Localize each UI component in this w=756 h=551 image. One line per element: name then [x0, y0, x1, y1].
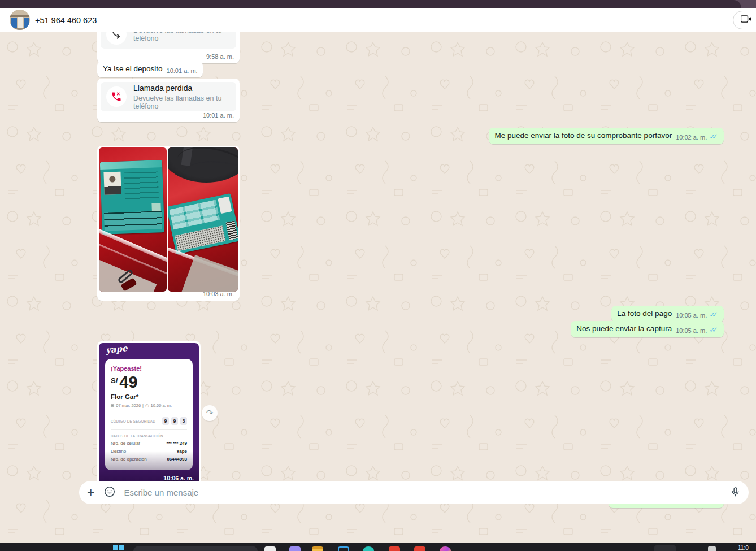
message-text: Nos puede enviar la captura [576, 324, 672, 333]
call-notice-text: Devuelve las llamadas en tu teléfono [133, 32, 231, 42]
message-deposit: Ya ise el deposito 10:01 a. m. [97, 61, 203, 77]
message-time: 9:58 a. m. [206, 53, 234, 60]
forward-button[interactable]: ↷ [202, 405, 218, 421]
avatar-photo-detail [11, 18, 17, 28]
row-label: Destino [111, 449, 126, 454]
message-time: 10:05 a. m. [676, 312, 707, 319]
video-camera-icon [741, 15, 751, 25]
tray-clock[interactable]: 11:0 [738, 545, 749, 551]
mic-button[interactable] [730, 487, 741, 499]
yape-receipt-image[interactable]: yape ¡Yapeaste! S/ 49 Flor Gar* ⊞ 07 mar… [99, 343, 199, 485]
start-button[interactable] [113, 545, 125, 551]
message-photos: 10:03 a. m. [97, 146, 240, 301]
row-label: Nro. de operación [111, 457, 147, 462]
message-time: 10:02 a. m. [676, 134, 707, 141]
yape-logo: yape [105, 343, 128, 355]
security-digit: 9 [162, 417, 169, 425]
mic-icon [730, 487, 741, 499]
message-yape-receipt: yape ¡Yapeaste! S/ 49 Flor Gar* ⊞ 07 mar… [97, 341, 201, 487]
receipt-separator: | [142, 403, 144, 408]
titlebar-tab [0, 0, 741, 8]
call-notice-box[interactable]: Llamada perdida Devuelve las llamadas en… [101, 82, 236, 111]
security-digit: 9 [171, 417, 178, 425]
read-receipt-icon: ✓✓ [709, 132, 719, 141]
sticker-button[interactable] [103, 485, 116, 500]
row-label: Nro. de celular [111, 441, 140, 446]
taskbar-search-box[interactable] [133, 546, 258, 551]
taskbar-folder-icon[interactable] [312, 546, 323, 551]
sticker-smiley-icon [103, 485, 116, 500]
row-value: 06444993 [167, 457, 187, 462]
attach-button[interactable]: + [87, 486, 94, 499]
photo-id-front[interactable] [99, 147, 167, 292]
receipt-date: 07 mar. 2026 [116, 403, 141, 408]
message-time: 10:05 a. m. [676, 327, 707, 334]
message-out-pago: La foto del pago 10:05 a. m. ✓✓ [611, 306, 724, 322]
receipt-time: 10:00 a. m. [151, 403, 172, 408]
taskbar-app-icon-6[interactable] [389, 546, 400, 551]
transaction-data-label: DATOS DE LA TRANSACCIÓN [111, 434, 187, 438]
receipt-payee: Flor Gar* [111, 393, 187, 400]
chat-header: +51 964 460 623 [0, 8, 756, 32]
message-text: Me puede enviar la foto de su comprobant… [494, 131, 672, 140]
chat-wallpaper: Devuelve las llamadas en tu teléfono 9:5… [0, 32, 756, 551]
receipt-title: ¡Yapeaste! [111, 365, 187, 372]
app-titlebar [0, 0, 756, 8]
taskbar: 11:0 [0, 543, 756, 551]
yape-receipt-card: ¡Yapeaste! S/ 49 Flor Gar* ⊞ 07 mar. 202… [105, 359, 193, 470]
id-card-front-graphic [100, 160, 164, 235]
clock-icon: ◷ [145, 403, 149, 408]
taskbar-app-icon-8[interactable] [440, 546, 451, 551]
contact-name[interactable]: +51 964 460 623 [35, 16, 97, 25]
missed-call-icon [106, 86, 127, 107]
video-call-button[interactable] [733, 11, 756, 29]
taskbar-app-icon-7[interactable] [414, 546, 425, 551]
calendar-icon: ⊞ [111, 403, 114, 408]
message-text: Ya ise el deposito [103, 64, 163, 73]
contact-avatar[interactable] [10, 10, 30, 30]
message-text: La foto del pago [617, 309, 672, 318]
id-card-back-graphic [168, 193, 238, 254]
message-time: 10:01 a. m. [167, 67, 198, 74]
avatar-photo-detail [24, 18, 29, 28]
security-code-label: CÓDIGO DE SEGURIDAD [111, 419, 155, 423]
read-receipt-icon: ✓✓ [709, 310, 719, 319]
call-notice-box[interactable]: Devuelve las llamadas en tu teléfono [101, 32, 236, 49]
receipt-currency: S/ [111, 376, 118, 385]
plus-icon: + [87, 486, 94, 499]
callback-arrow-icon [106, 32, 127, 45]
security-code: 9 9 3 [162, 417, 187, 425]
message-input[interactable] [124, 488, 730, 497]
photo-id-back[interactable] [168, 147, 238, 292]
message-out-comprobante: Me puede enviar la foto de su comprobant… [489, 128, 724, 144]
call-title: Llamada perdida [133, 84, 231, 93]
security-digit: 3 [180, 417, 187, 425]
message-time: 10:01 a. m. [203, 112, 234, 119]
taskbar-app-icon-1[interactable] [264, 546, 276, 551]
whatsapp-window: +51 964 460 623 [0, 0, 756, 551]
avatar-photo-detail [18, 17, 23, 28]
taskbar-app-icon-4[interactable] [338, 546, 349, 551]
message-missed-call: Llamada perdida Devuelve las llamadas en… [97, 79, 240, 122]
avatar-photo-detail [10, 28, 30, 30]
forward-icon: ↷ [206, 408, 214, 418]
taskbar-app-icon-2[interactable] [289, 546, 301, 551]
composer: + [79, 481, 749, 504]
tray-overflow-button[interactable] [654, 545, 676, 551]
row-value: Yape [176, 449, 187, 454]
message-time: 10:03 a. m. [203, 290, 234, 297]
receipt-amount: 49 [119, 374, 137, 391]
taskbar-app-icon-5[interactable] [363, 546, 374, 551]
row-value: *** *** 249 [167, 441, 187, 446]
tray-icon[interactable] [708, 546, 716, 551]
message-missed-call-clipped: Devuelve las llamadas en tu teléfono 9:5… [97, 32, 240, 63]
call-notice-text: Devuelve las llamadas en tu teléfono [133, 94, 231, 110]
message-out-captura: Nos puede enviar la captura 10:05 a. m. … [571, 321, 724, 337]
read-receipt-icon: ✓✓ [709, 326, 719, 334]
